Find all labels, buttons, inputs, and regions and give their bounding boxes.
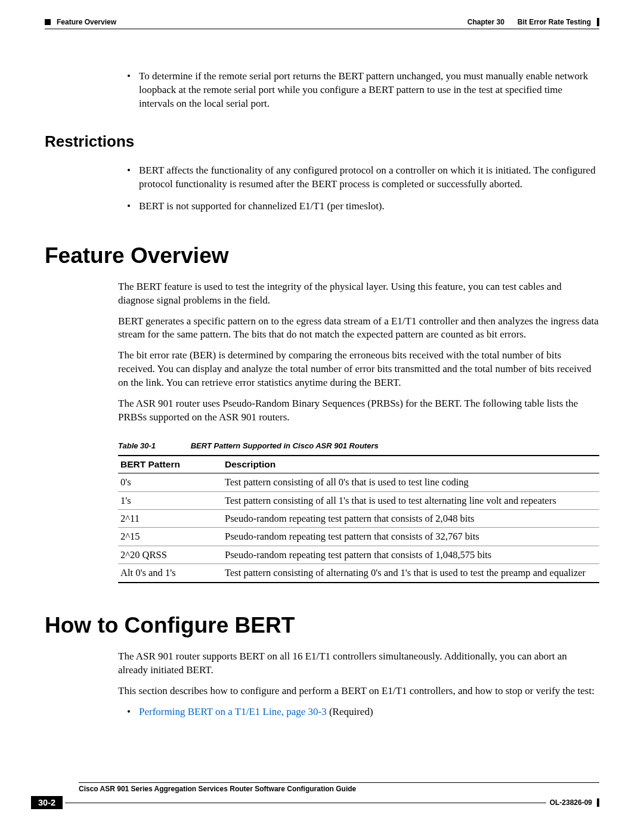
header-square-icon — [45, 19, 51, 25]
table-row: 2^15 Pseudo-random repeating test patter… — [118, 528, 599, 546]
table-title: BERT Pattern Supported in Cisco ASR 901 … — [191, 441, 379, 450]
table-cell: 0's — [118, 473, 222, 491]
how-to-para: This section describes how to configure … — [118, 685, 599, 698]
intro-bullet-list: To determine if the remote serial port r… — [125, 70, 599, 111]
header-chapter: Chapter 30 — [467, 18, 504, 26]
table-cell: 2^20 QRSS — [118, 546, 222, 563]
restriction-item: BERT affects the functionality of any co… — [125, 164, 599, 191]
table-cell: 2^11 — [118, 509, 222, 527]
table-caption: Table 30-1 BERT Pattern Supported in Cis… — [118, 441, 599, 450]
table-cell: Test pattern consisting of alternating 0… — [222, 564, 599, 583]
feature-para: The BERT feature is used to test the int… — [118, 280, 599, 308]
feature-para: BERT generates a specific pattern on to … — [118, 315, 599, 342]
restriction-item: BERT is not supported for channelized E1… — [125, 200, 599, 213]
header-right: Chapter 30 Bit Error Rate Testing — [467, 18, 599, 26]
table-row: Alt 0's and 1's Test pattern consisting … — [118, 564, 599, 583]
intro-bullet-item: To determine if the remote serial port r… — [125, 70, 599, 111]
table-cell: Test pattern consisting of all 1's that … — [222, 491, 599, 509]
page-content: To determine if the remote serial port r… — [45, 70, 599, 727]
header-title: Bit Error Rate Testing — [518, 18, 591, 26]
how-to-link[interactable]: Performing BERT on a T1/E1 Line, page 30… — [139, 706, 327, 717]
table-cell: 2^15 — [118, 528, 222, 546]
how-to-bullet-list: Performing BERT on a T1/E1 Line, page 30… — [125, 705, 599, 719]
feature-para: The ASR 901 router uses Pseudo-Random Bi… — [118, 397, 599, 425]
document-id: OL-23826-09 — [550, 798, 592, 807]
page-footer: Cisco ASR 901 Series Aggregation Service… — [31, 782, 599, 809]
table-cell: Pseudo-random repeating test pattern tha… — [222, 546, 599, 563]
header-bar-icon — [597, 18, 599, 26]
feature-para: The bit error rate (BER) is determined b… — [118, 349, 599, 390]
restrictions-heading: Restrictions — [45, 132, 599, 151]
page-header: Feature Overview Chapter 30 Bit Error Ra… — [45, 18, 599, 26]
table-cell: Pseudo-random repeating test pattern tha… — [222, 509, 599, 527]
table-cell: 1's — [118, 491, 222, 509]
feature-overview-heading: Feature Overview — [45, 243, 599, 268]
header-rule — [45, 29, 599, 29]
page-number: 30-2 — [31, 796, 63, 809]
table-row: 1's Test pattern consisting of all 1's t… — [118, 491, 599, 509]
how-to-bullet-item: Performing BERT on a T1/E1 Line, page 30… — [125, 705, 599, 719]
how-to-configure-heading: How to Configure BERT — [45, 613, 599, 638]
footer-rule — [79, 782, 599, 783]
footer-guide-title: Cisco ASR 901 Series Aggregation Service… — [79, 785, 599, 793]
restrictions-list: BERT affects the functionality of any co… — [125, 164, 599, 213]
footer-line — [65, 803, 546, 803]
header-left: Feature Overview — [45, 18, 116, 26]
header-section-name: Feature Overview — [57, 18, 116, 26]
table-header-row: BERT Pattern Description — [118, 456, 599, 473]
table-row: 0's Test pattern consisting of all 0's t… — [118, 473, 599, 491]
footer-bottom: 30-2 OL-23826-09 — [31, 796, 599, 809]
table-cell: Test pattern consisting of all 0's that … — [222, 473, 599, 491]
table-header: Description — [222, 456, 599, 473]
table-label: Table 30-1 — [118, 441, 156, 450]
how-to-suffix: (Required) — [327, 706, 373, 717]
bert-pattern-table: BERT Pattern Description 0's Test patter… — [118, 455, 599, 583]
table-row: 2^11 Pseudo-random repeating test patter… — [118, 509, 599, 527]
table-cell: Pseudo-random repeating test pattern tha… — [222, 528, 599, 546]
table-cell: Alt 0's and 1's — [118, 564, 222, 583]
footer-bar-icon — [597, 798, 599, 807]
how-to-para: The ASR 901 router supports BERT on all … — [118, 650, 599, 677]
table-header: BERT Pattern — [118, 456, 222, 473]
table-row: 2^20 QRSS Pseudo-random repeating test p… — [118, 546, 599, 563]
